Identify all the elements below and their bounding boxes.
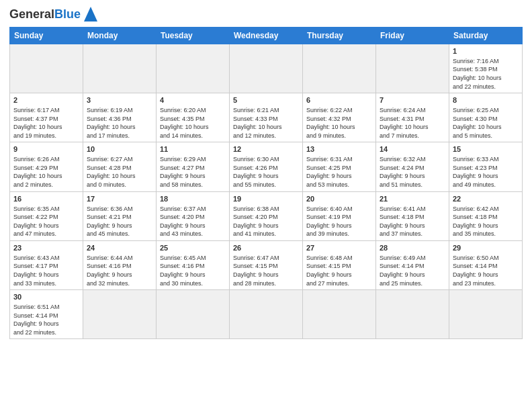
day-number: 3 [87,95,152,105]
calendar-cell [157,44,230,93]
day-number: 22 [453,194,519,204]
calendar-cell: 7Sunrise: 6:24 AM Sunset: 4:31 PM Daylig… [376,93,449,142]
calendar-cell: 20Sunrise: 6:40 AM Sunset: 4:19 PM Dayli… [303,191,376,240]
calendar-cell [449,290,523,339]
day-number: 14 [380,144,445,154]
day-info: Sunrise: 6:35 AM Sunset: 4:22 PM Dayligh… [13,205,79,238]
calendar-cell: 1Sunrise: 7:16 AM Sunset: 5:38 PM Daylig… [449,44,523,93]
day-info: Sunrise: 6:51 AM Sunset: 4:14 PM Dayligh… [13,303,79,336]
calendar-cell: 23Sunrise: 6:43 AM Sunset: 4:17 PM Dayli… [10,240,83,289]
day-info: Sunrise: 6:41 AM Sunset: 4:18 PM Dayligh… [380,205,445,238]
day-number: 5 [233,95,299,105]
calendar-week-row: 30Sunrise: 6:51 AM Sunset: 4:14 PM Dayli… [10,290,523,339]
calendar-cell: 4Sunrise: 6:20 AM Sunset: 4:35 PM Daylig… [157,93,230,142]
calendar-weekday-tuesday: Tuesday [157,28,230,44]
day-info: Sunrise: 6:40 AM Sunset: 4:19 PM Dayligh… [306,205,372,238]
calendar-weekday-friday: Friday [376,28,449,44]
day-info: Sunrise: 6:36 AM Sunset: 4:21 PM Dayligh… [87,205,152,238]
calendar-cell: 29Sunrise: 6:50 AM Sunset: 4:14 PM Dayli… [449,240,523,289]
logo-icon [84,7,97,21]
header: General Blue [9,7,523,21]
svg-marker-0 [84,7,97,21]
day-number: 24 [87,243,152,253]
day-info: Sunrise: 6:48 AM Sunset: 4:15 PM Dayligh… [306,254,372,287]
day-number: 27 [306,243,372,253]
day-number: 20 [306,194,372,204]
calendar-cell: 21Sunrise: 6:41 AM Sunset: 4:18 PM Dayli… [376,191,449,240]
calendar-cell: 10Sunrise: 6:27 AM Sunset: 4:28 PM Dayli… [83,142,157,191]
day-number: 26 [233,243,299,253]
calendar-cell [303,44,376,93]
day-number: 19 [233,194,299,204]
day-info: Sunrise: 6:33 AM Sunset: 4:23 PM Dayligh… [453,155,519,189]
day-number: 25 [160,243,226,253]
calendar-cell [376,290,449,339]
day-number: 6 [306,95,372,105]
calendar-cell: 6Sunrise: 6:22 AM Sunset: 4:32 PM Daylig… [303,93,376,142]
calendar-cell: 27Sunrise: 6:48 AM Sunset: 4:15 PM Dayli… [303,240,376,289]
day-info: Sunrise: 6:26 AM Sunset: 4:29 PM Dayligh… [13,155,79,189]
calendar-weekday-saturday: Saturday [449,28,523,44]
calendar-cell [376,44,449,93]
calendar-cell: 16Sunrise: 6:35 AM Sunset: 4:22 PM Dayli… [10,191,83,240]
calendar-week-row: 2Sunrise: 6:17 AM Sunset: 4:37 PM Daylig… [10,93,523,142]
day-info: Sunrise: 6:19 AM Sunset: 4:36 PM Dayligh… [87,106,152,140]
calendar-cell: 12Sunrise: 6:30 AM Sunset: 4:26 PM Dayli… [230,142,303,191]
calendar-cell [230,44,303,93]
calendar-cell: 11Sunrise: 6:29 AM Sunset: 4:27 PM Dayli… [157,142,230,191]
calendar-weekday-thursday: Thursday [303,28,376,44]
calendar-cell [10,44,83,93]
calendar-week-row: 9Sunrise: 6:26 AM Sunset: 4:29 PM Daylig… [10,142,523,191]
calendar-cell: 5Sunrise: 6:21 AM Sunset: 4:33 PM Daylig… [230,93,303,142]
day-number: 29 [453,243,519,253]
calendar-table: SundayMondayTuesdayWednesdayThursdayFrid… [9,27,523,339]
day-info: Sunrise: 6:24 AM Sunset: 4:31 PM Dayligh… [380,106,445,140]
day-info: Sunrise: 6:22 AM Sunset: 4:32 PM Dayligh… [306,106,372,140]
day-info: Sunrise: 6:37 AM Sunset: 4:20 PM Dayligh… [160,205,226,238]
day-info: Sunrise: 6:20 AM Sunset: 4:35 PM Dayligh… [160,106,226,140]
day-info: Sunrise: 6:32 AM Sunset: 4:24 PM Dayligh… [380,155,445,189]
calendar-weekday-monday: Monday [83,28,157,44]
day-info: Sunrise: 6:30 AM Sunset: 4:26 PM Dayligh… [233,155,299,189]
day-info: Sunrise: 6:50 AM Sunset: 4:14 PM Dayligh… [453,254,519,287]
day-info: Sunrise: 6:49 AM Sunset: 4:14 PM Dayligh… [380,254,445,287]
day-info: Sunrise: 6:38 AM Sunset: 4:20 PM Dayligh… [233,205,299,238]
calendar-cell: 25Sunrise: 6:45 AM Sunset: 4:16 PM Dayli… [157,240,230,289]
day-info: Sunrise: 6:29 AM Sunset: 4:27 PM Dayligh… [160,155,226,189]
day-number: 15 [453,144,519,154]
calendar-cell: 22Sunrise: 6:42 AM Sunset: 4:18 PM Dayli… [449,191,523,240]
calendar-weekday-wednesday: Wednesday [230,28,303,44]
day-info: Sunrise: 6:42 AM Sunset: 4:18 PM Dayligh… [453,205,519,238]
day-number: 21 [380,194,445,204]
day-number: 30 [13,292,79,302]
day-number: 4 [160,95,226,105]
calendar-cell: 9Sunrise: 6:26 AM Sunset: 4:29 PM Daylig… [10,142,83,191]
calendar-cell: 28Sunrise: 6:49 AM Sunset: 4:14 PM Dayli… [376,240,449,289]
day-number: 10 [87,144,152,154]
calendar-cell: 24Sunrise: 6:44 AM Sunset: 4:16 PM Dayli… [83,240,157,289]
calendar-cell: 26Sunrise: 6:47 AM Sunset: 4:15 PM Dayli… [230,240,303,289]
day-number: 18 [160,194,226,204]
day-info: Sunrise: 6:31 AM Sunset: 4:25 PM Dayligh… [306,155,372,189]
day-info: Sunrise: 6:44 AM Sunset: 4:16 PM Dayligh… [87,254,152,287]
calendar-cell [83,44,157,93]
calendar-cell: 17Sunrise: 6:36 AM Sunset: 4:21 PM Dayli… [83,191,157,240]
day-number: 11 [160,144,226,154]
calendar-cell: 18Sunrise: 6:37 AM Sunset: 4:20 PM Dayli… [157,191,230,240]
calendar-week-row: 23Sunrise: 6:43 AM Sunset: 4:17 PM Dayli… [10,240,523,289]
day-info: Sunrise: 6:21 AM Sunset: 4:33 PM Dayligh… [233,106,299,140]
calendar-weekday-sunday: Sunday [10,28,83,44]
calendar-week-row: 16Sunrise: 6:35 AM Sunset: 4:22 PM Dayli… [10,191,523,240]
day-number: 2 [13,95,79,105]
day-number: 13 [306,144,372,154]
calendar-cell [83,290,157,339]
day-number: 1 [453,46,519,56]
calendar-header-row: SundayMondayTuesdayWednesdayThursdayFrid… [10,28,523,44]
calendar-week-row: 1Sunrise: 7:16 AM Sunset: 5:38 PM Daylig… [10,44,523,93]
logo-text-blue: Blue [54,8,81,20]
day-number: 8 [453,95,519,105]
calendar-cell [230,290,303,339]
calendar-cell: 8Sunrise: 6:25 AM Sunset: 4:30 PM Daylig… [449,93,523,142]
page: General Blue SundayMondayTuesdayWednesda… [0,0,532,411]
day-info: Sunrise: 7:16 AM Sunset: 5:38 PM Dayligh… [453,57,519,91]
